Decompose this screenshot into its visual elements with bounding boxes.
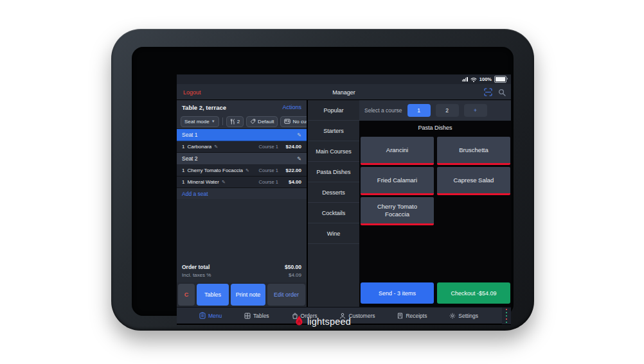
guest-count-button[interactable]: 2 xyxy=(226,116,244,127)
nav-menu[interactable]: Menu xyxy=(199,312,222,319)
add-course-button[interactable]: + xyxy=(464,104,487,117)
course-2-button[interactable]: 2 xyxy=(436,104,459,117)
customer-card-icon xyxy=(284,119,291,124)
barcode-scan-icon[interactable] xyxy=(484,88,492,96)
edit-item-icon[interactable]: ✎ xyxy=(246,168,249,173)
tag-icon xyxy=(250,119,256,125)
order-item-mineral-water[interactable]: 1 Mineral Water ✎ Course 1 $4.00 xyxy=(177,177,307,188)
tablet-bezel: 100% Logout Manager xyxy=(132,47,514,316)
battery-percent: 100% xyxy=(479,76,492,82)
page-title: Manager xyxy=(177,84,511,100)
print-note-button[interactable]: Print note xyxy=(231,284,265,306)
send-button[interactable]: Send - 3 items xyxy=(361,282,434,304)
order-panel: Table 2, terrace Actions Seat mode▼ 2 xyxy=(177,100,307,307)
lightspeed-flame-icon xyxy=(294,315,304,328)
order-toolbar: Seat mode▼ 2 xyxy=(177,114,307,129)
menu-item-bruschetta[interactable]: Bruschetta xyxy=(437,137,510,165)
category-pasta-dishes[interactable]: Pasta Dishes xyxy=(308,162,359,182)
course-selector: Select a course 1 2 + xyxy=(359,100,511,121)
lightspeed-logo-text: lightspeed xyxy=(307,316,351,327)
battery-icon xyxy=(494,76,506,83)
select-course-label: Select a course xyxy=(364,107,402,114)
menu-panel: Select a course 1 2 + Pasta Dishes Aranc… xyxy=(359,100,511,307)
tables-grid-icon xyxy=(244,313,251,319)
edit-item-icon[interactable]: ✎ xyxy=(222,180,226,185)
app-header: Logout Manager xyxy=(177,84,511,100)
add-seat-link[interactable]: Add a seat xyxy=(177,188,307,199)
nav-settings[interactable]: Settings xyxy=(449,313,478,319)
search-icon[interactable] xyxy=(498,89,506,96)
category-cocktails[interactable]: Cocktails xyxy=(308,203,359,223)
category-popular[interactable]: Popular xyxy=(308,100,359,121)
edit-seat-icon[interactable]: ✎ xyxy=(297,156,301,162)
gear-icon xyxy=(449,313,456,319)
wifi-icon xyxy=(470,77,477,82)
order-item-carbonara[interactable]: 1 Carbonara ✎ Course 1 $24.00 xyxy=(177,141,307,153)
table-name: Table 2, terrace xyxy=(182,104,226,111)
order-total-value: $50.00 xyxy=(285,264,301,270)
order-totals: Order total $50.00 Incl. taxes % $4.09 xyxy=(177,261,307,282)
tablet-device: 100% Logout Manager xyxy=(111,29,534,331)
course-1-button[interactable]: 1 xyxy=(407,104,431,117)
lightspeed-logo: lightspeed xyxy=(294,315,351,328)
nav-drag-handle[interactable] xyxy=(502,308,511,324)
category-starters[interactable]: Starters xyxy=(308,121,359,141)
menu-item-fried-calamari[interactable]: Fried Calamari xyxy=(361,167,434,195)
actions-link[interactable]: Actions xyxy=(282,104,301,110)
utensils-icon xyxy=(230,119,235,125)
nav-tables[interactable]: Tables xyxy=(244,313,269,319)
profile-button[interactable]: Default xyxy=(246,116,278,127)
category-wine[interactable]: Wine xyxy=(308,223,359,244)
category-main-courses[interactable]: Main Courses xyxy=(308,141,359,162)
edit-seat-icon[interactable]: ✎ xyxy=(297,132,301,138)
order-total-label: Order total xyxy=(182,264,210,270)
taxes-label: Incl. taxes % xyxy=(182,272,211,278)
section-title: Pasta Dishes xyxy=(359,125,511,131)
tables-button[interactable]: Tables xyxy=(197,284,229,306)
pos-app-screen: 100% Logout Manager xyxy=(177,74,511,325)
edit-item-icon[interactable]: ✎ xyxy=(214,144,218,150)
status-bar: 100% xyxy=(177,74,511,84)
taxes-value: $4.09 xyxy=(289,272,301,278)
menu-item-grid: Arancini Bruschetta Fried Calamari Capre… xyxy=(361,137,511,225)
menu-item-caprese-salad[interactable]: Caprese Salad xyxy=(437,167,510,195)
order-item-focaccia[interactable]: 1 Cherry Tomato Focaccia ✎ Course 1 $22.… xyxy=(177,165,307,177)
seat-mode-dropdown[interactable]: Seat mode▼ xyxy=(181,116,219,127)
toolbar-divider xyxy=(222,117,223,125)
menu-item-arancini[interactable]: Arancini xyxy=(361,137,434,165)
menu-board-icon xyxy=(199,312,206,319)
menu-actions-row: Send - 3 items Checkout -$54.09 xyxy=(361,282,511,304)
receipt-icon xyxy=(397,313,403,319)
edit-order-button[interactable]: Edit order xyxy=(267,284,305,306)
category-list: Popular Starters Main Courses Pasta Dish… xyxy=(308,100,359,307)
order-buttons-row: C Tables Print note Edit order xyxy=(177,282,307,307)
clear-button[interactable]: C xyxy=(178,284,195,306)
cellular-signal-icon xyxy=(462,77,468,82)
seat-row-1[interactable]: Seat 1 ✎ xyxy=(177,129,307,141)
app-body: Table 2, terrace Actions Seat mode▼ 2 xyxy=(177,100,511,307)
nav-receipts[interactable]: Receipts xyxy=(397,313,427,319)
menu-item-cherry-tomato-focaccia[interactable]: Cherry Tomato Focaccia xyxy=(361,197,434,225)
category-desserts[interactable]: Desserts xyxy=(308,182,359,203)
seat-row-2[interactable]: Seat 2 ✎ xyxy=(177,153,307,165)
customer-button[interactable]: No cust xyxy=(280,116,307,127)
checkout-button[interactable]: Checkout -$54.09 xyxy=(437,282,510,304)
order-empty-area xyxy=(177,199,307,261)
